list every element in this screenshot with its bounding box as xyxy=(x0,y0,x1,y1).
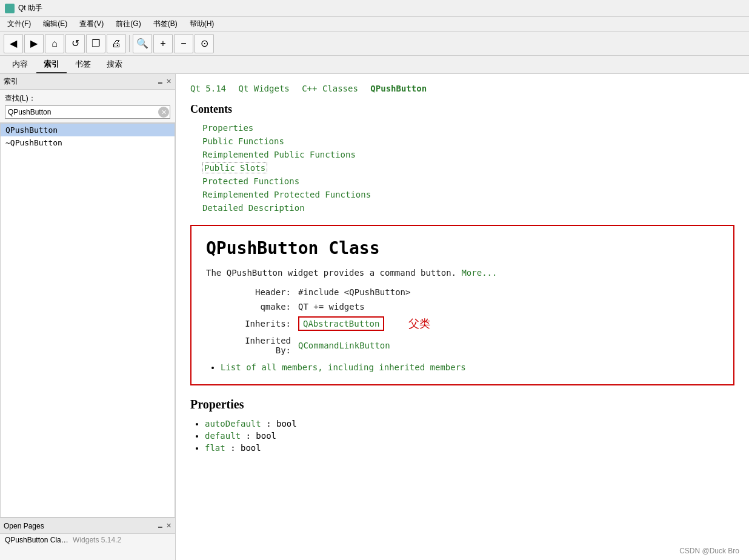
open-pages-item[interactable]: QPushButton Cla… Widgets 5.14.2 xyxy=(0,534,175,546)
class-more-link[interactable]: More... xyxy=(461,268,497,278)
open-pages-pin-icon[interactable]: 🗕 xyxy=(157,522,164,530)
search-clear-button[interactable]: ✕ xyxy=(158,107,169,118)
tab-内容[interactable]: 内容 xyxy=(5,56,35,73)
menu-item[interactable]: 查看(V) xyxy=(75,18,108,30)
search-area: 查找(L)： ✕ xyxy=(0,90,175,123)
menu-item[interactable]: 文件(F) xyxy=(2,18,36,30)
titlebar: Qt 助手 xyxy=(0,0,749,17)
bullet-list: List of all members, including inherited… xyxy=(221,362,719,372)
all-members-link[interactable]: List of all members, including inherited… xyxy=(221,362,466,372)
left-panel: 索引 🗕 ✕ 查找(L)： ✕ QPushButton ~QPushButton… xyxy=(0,74,176,560)
tab-navigation: 内容索引书签搜索 xyxy=(0,56,749,74)
contents-reimplementedprotected-link[interactable]: Reimplemented Protected Functions xyxy=(202,190,371,199)
menu-item[interactable]: 前往(G) xyxy=(111,18,145,30)
forward-button[interactable]: ▶ xyxy=(24,34,44,53)
open-pages-item-subtitle: Widgets 5.14.2 xyxy=(73,536,121,544)
inherited-by-row: Inherited By: QCommandLinkButton xyxy=(230,336,719,355)
zoom-reset-button[interactable]: ⊙ xyxy=(195,34,214,53)
search-input[interactable] xyxy=(5,105,170,119)
contents-detaileddesc-link[interactable]: Detailed Description xyxy=(202,203,305,213)
properties-section-title: Properties xyxy=(190,398,734,412)
qmake-value: QT += widgets xyxy=(298,302,365,312)
watermark-text: CSDN @Duck Bro xyxy=(679,547,739,555)
class-info-box: QPushButton Class The QPushButton widget… xyxy=(190,225,734,385)
zoom-in-button[interactable]: + xyxy=(153,34,173,53)
print-button[interactable]: 🖨 xyxy=(107,34,126,53)
list-item: Public Slots xyxy=(202,163,734,173)
list-item: autoDefault : bool xyxy=(205,419,734,428)
index-panel-title: 索引 xyxy=(4,76,18,87)
menu-item[interactable]: 编辑(E) xyxy=(38,18,72,30)
open-pages-header: Open Pages 🗕 ✕ xyxy=(0,518,175,534)
main-layout: 索引 🗕 ✕ 查找(L)： ✕ QPushButton ~QPushButton… xyxy=(0,74,749,560)
panel-header-icons: 🗕 ✕ xyxy=(157,78,171,85)
tab-搜索[interactable]: 搜索 xyxy=(99,56,130,73)
menu-item[interactable]: 书签(B) xyxy=(148,18,182,30)
back-button[interactable]: ◀ xyxy=(4,34,23,53)
app-icon xyxy=(5,4,15,13)
watermark: CSDN @Duck Bro xyxy=(679,547,739,555)
contents-title: Contents xyxy=(190,103,734,116)
copy-button[interactable]: ❐ xyxy=(86,34,105,53)
info-table: Header: #include <QPushButton> qmake: QT… xyxy=(230,287,719,355)
list-item[interactable]: ~QPushButton xyxy=(1,136,175,149)
contents-publicslots-link[interactable]: Public Slots xyxy=(202,162,267,173)
list-item: List of all members, including inherited… xyxy=(221,362,719,372)
index-panel-header: 索引 🗕 ✕ xyxy=(0,74,175,90)
open-pages-title: Open Pages xyxy=(4,522,44,530)
search-label: 查找(L)： xyxy=(5,93,170,104)
list-item: flat : bool xyxy=(205,443,734,453)
inherits-value: QAbstractButton xyxy=(298,316,384,331)
open-pages-panel: Open Pages 🗕 ✕ QPushButton Cla… Widgets … xyxy=(0,518,175,560)
list-item: Reimplemented Protected Functions xyxy=(202,190,734,199)
inherited-by-label: Inherited By: xyxy=(230,336,291,355)
class-description: The QPushButton widget provides a comman… xyxy=(206,268,719,278)
pin-icon[interactable]: 🗕 xyxy=(157,78,164,85)
prop-default-type: : bool xyxy=(241,431,276,441)
contents-reimplementedpublic-link[interactable]: Reimplemented Public Functions xyxy=(202,150,356,159)
zoom-out-button[interactable]: − xyxy=(174,34,193,53)
breadcrumb-qtwidgets[interactable]: Qt Widgets xyxy=(238,84,289,93)
close-icon[interactable]: ✕ xyxy=(166,78,171,85)
contents-list: Properties Public Functions Reimplemente… xyxy=(202,123,734,213)
inherited-by-value[interactable]: QCommandLinkButton xyxy=(298,341,390,350)
properties-list: autoDefault : bool default : bool flat :… xyxy=(205,419,734,453)
parent-class-label: 父类 xyxy=(408,316,430,331)
tab-索引[interactable]: 索引 xyxy=(36,56,67,73)
list-item: default : bool xyxy=(205,431,734,441)
tab-书签[interactable]: 书签 xyxy=(68,56,98,73)
open-pages-header-icons: 🗕 ✕ xyxy=(157,522,171,530)
contents-properties-link[interactable]: Properties xyxy=(202,123,253,133)
inherits-label: Inherits: xyxy=(230,319,291,328)
list-item: Public Functions xyxy=(202,136,734,146)
inherits-row: Inherits: QAbstractButton 父类 xyxy=(230,316,719,331)
list-item: Properties xyxy=(202,123,734,133)
breadcrumb-current: QPushButton xyxy=(370,84,427,93)
list-item: Detailed Description xyxy=(202,203,734,213)
open-pages-close-icon[interactable]: ✕ xyxy=(166,522,171,530)
class-desc-text: The QPushButton widget provides a comman… xyxy=(206,268,461,278)
sync-button[interactable]: ↺ xyxy=(65,34,85,53)
breadcrumb-qt514[interactable]: Qt 5.14 xyxy=(190,84,226,93)
home-button[interactable]: ⌂ xyxy=(45,34,64,53)
prop-default-link[interactable]: default xyxy=(205,431,241,441)
qmake-row: qmake: QT += widgets xyxy=(230,302,719,312)
header-value: #include <QPushButton> xyxy=(298,287,410,297)
menu-item[interactable]: 帮助(H) xyxy=(185,18,219,30)
prop-autodefault-link[interactable]: autoDefault xyxy=(205,419,261,428)
public-slots-dotted: Public Slots xyxy=(202,162,267,173)
zoom-view-button[interactable]: 🔍 xyxy=(133,34,152,53)
breadcrumb: Qt 5.14 Qt Widgets C++ Classes QPushButt… xyxy=(190,84,734,93)
class-title: QPushButton Class xyxy=(206,238,719,258)
open-pages-item-title: QPushButton Cla… xyxy=(5,536,68,544)
list-item: Reimplemented Public Functions xyxy=(202,150,734,159)
breadcrumb-cppclasses[interactable]: C++ Classes xyxy=(302,84,358,93)
content-area: Qt 5.14 Qt Widgets C++ Classes QPushButt… xyxy=(176,74,749,560)
search-input-wrap: ✕ xyxy=(5,105,170,119)
prop-flat-link[interactable]: flat xyxy=(205,443,225,453)
contents-protectedfunctions-link[interactable]: Protected Functions xyxy=(202,176,299,186)
list-item: Protected Functions xyxy=(202,176,734,186)
list-item[interactable]: QPushButton xyxy=(1,124,175,136)
header-row: Header: #include <QPushButton> xyxy=(230,287,719,297)
contents-publicfunctions-link[interactable]: Public Functions xyxy=(202,136,284,146)
